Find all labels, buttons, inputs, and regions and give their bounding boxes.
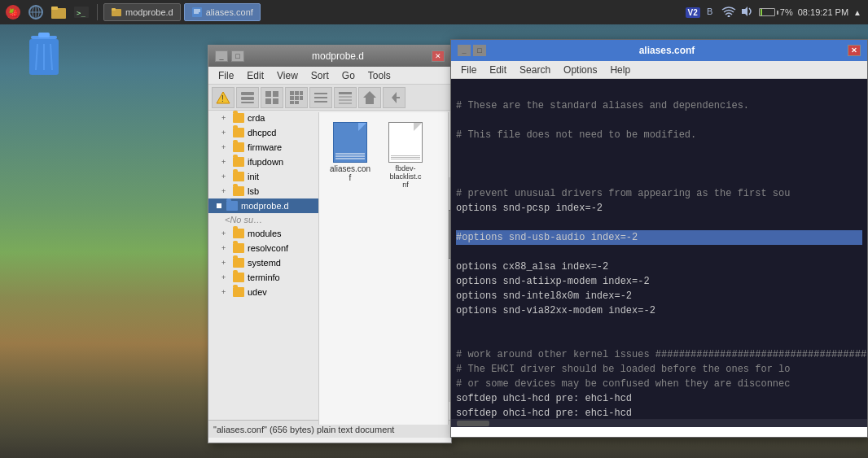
modprobe-task-button[interactable]: modprobe.d: [103, 3, 181, 21]
minimize-button[interactable]: _: [215, 50, 228, 62]
volume-icon[interactable]: [741, 6, 754, 19]
window-controls-right: ✕: [432, 50, 445, 62]
svg-rect-33: [273, 98, 278, 104]
firmware-label: firmware: [248, 142, 282, 152]
line-5: #options snd-usb-audio index=-2: [456, 232, 862, 243]
menu-view[interactable]: View: [270, 68, 305, 83]
svg-rect-30: [265, 91, 271, 97]
aliases-task-label: aliases.conf: [206, 7, 253, 17]
line-1: # These are the standard aliases and dep…: [456, 100, 749, 111]
maximize-button[interactable]: □: [231, 50, 244, 62]
crda-label: crda: [248, 113, 265, 123]
svg-rect-41: [295, 101, 299, 104]
fm-files-grid: aliases.conf fbdev-blacklist.cnf: [319, 112, 448, 198]
modules-label: modules: [248, 229, 282, 238]
file-manager-titlebar[interactable]: _ □ modprobe.d ✕: [208, 46, 451, 67]
window-controls-left: _ □: [215, 50, 244, 62]
systemd-arrow: +: [221, 259, 230, 267]
toolbar-list-btn[interactable]: [236, 87, 259, 108]
v2-icon[interactable]: V2: [686, 7, 700, 18]
editor-controls-left: _ □: [458, 45, 486, 56]
svg-rect-11: [112, 8, 116, 11]
firmware-folder-icon: [233, 142, 244, 152]
svg-rect-28: [241, 97, 254, 100]
toolbar-grid-btn[interactable]: [261, 87, 283, 108]
editor-menu-options[interactable]: Options: [557, 63, 603, 77]
udev-label: udev: [248, 287, 267, 297]
battery-indicator: 7%: [759, 7, 793, 17]
toolbar-grid2-btn[interactable]: [285, 87, 308, 108]
svg-rect-12: [192, 7, 202, 17]
editor-text-area[interactable]: # These are the standard aliases and dep…: [451, 79, 867, 419]
fbdev-label: fbdev-blacklist.cnf: [389, 164, 421, 189]
toolbar-home-btn[interactable]: [358, 87, 381, 108]
svg-rect-40: [290, 101, 294, 104]
editor-menu-search[interactable]: Search: [513, 63, 557, 77]
crda-arrow: +: [221, 114, 230, 122]
trash-icon[interactable]: [24, 33, 64, 78]
crda-folder-icon: [233, 113, 244, 123]
fbdev-item[interactable]: fbdev-blacklist.cnf: [381, 119, 430, 192]
dhcpcd-label: dhcpcd: [248, 128, 276, 137]
text-editor-titlebar[interactable]: _ □ aliases.conf ✕: [451, 40, 867, 61]
editor-minimize-btn[interactable]: _: [458, 45, 471, 56]
menu-go[interactable]: Go: [335, 68, 362, 83]
close-button[interactable]: ✕: [432, 50, 445, 62]
editor-close-btn[interactable]: ✕: [848, 45, 861, 56]
text-editor-title: aliases.conf: [486, 45, 848, 56]
line-7: # work around other kernel issues ######…: [456, 349, 866, 419]
toolbar-back-btn[interactable]: [383, 87, 406, 108]
fm-file-area: aliases.conf fbdev-blacklist.cnf: [318, 112, 449, 425]
taskbar-left: 🍓: [0, 2, 264, 22]
dhcpcd-arrow: +: [221, 129, 230, 137]
aliases-conf-item[interactable]: aliases.conf: [326, 119, 375, 192]
line-4: # prevent unusual drivers from appearing…: [456, 188, 790, 214]
toolbar-list3-btn[interactable]: [334, 87, 357, 108]
clock: 08:19:21 PM: [798, 7, 848, 17]
svg-point-17: [727, 15, 730, 18]
aliases-file-icon: [333, 122, 367, 163]
file-manager-menubar: File Edit View Sort Go Tools: [208, 67, 451, 85]
systemd-label: systemd: [248, 258, 281, 268]
systemd-folder-icon: [233, 258, 244, 268]
svg-rect-37: [290, 96, 294, 100]
aliases-task-button[interactable]: aliases.conf: [184, 3, 261, 21]
editor-menu-edit[interactable]: Edit: [483, 63, 513, 77]
terminal-icon[interactable]: >_: [72, 2, 91, 22]
svg-rect-32: [265, 98, 271, 104]
svg-marker-49: [363, 91, 376, 104]
init-folder-icon: [233, 172, 244, 181]
ifupdown-arrow: +: [221, 158, 230, 166]
resolvconf-label: resolvconf: [248, 243, 288, 253]
file-manager-toolbar: !: [208, 85, 451, 111]
bluetooth-icon: B: [705, 6, 717, 19]
file-manager-title: modprobe.d: [244, 50, 432, 62]
fbdev-file-icon: [388, 122, 423, 163]
toolbar-warning-btn[interactable]: !: [212, 87, 235, 108]
terminfo-folder-icon: [233, 273, 244, 282]
svg-rect-29: [241, 102, 254, 103]
menu-sort[interactable]: Sort: [305, 68, 335, 83]
taskbar: 🍓: [0, 0, 868, 24]
globe-icon[interactable]: [26, 2, 46, 22]
terminfo-arrow: +: [221, 273, 230, 281]
editor-menu-help[interactable]: Help: [603, 63, 637, 77]
editor-hscrollbar-thumb[interactable]: [457, 421, 489, 426]
raspberry-menu-icon[interactable]: 🍓: [3, 2, 23, 22]
text-editor-window: _ □ aliases.conf ✕ File Edit Search Opti…: [450, 39, 868, 438]
editor-menu-file[interactable]: File: [454, 63, 483, 77]
line-6: options cx88_alsa index=-2 options snd-a…: [456, 261, 655, 316]
editor-maximize-btn[interactable]: □: [473, 45, 486, 56]
notification-arrow[interactable]: ▲: [853, 8, 861, 17]
terminfo-label: terminfo: [248, 273, 280, 282]
menu-tools[interactable]: Tools: [362, 68, 397, 83]
toolbar-list2-btn[interactable]: [309, 87, 332, 108]
editor-controls-right: ✕: [848, 45, 861, 56]
editor-hscrollbar[interactable]: [451, 419, 867, 427]
menu-file[interactable]: File: [212, 68, 240, 83]
line-2: # This file does not need to be modified…: [456, 129, 696, 141]
svg-rect-7: [51, 7, 58, 10]
file-manager-icon[interactable]: [49, 2, 68, 22]
menu-edit[interactable]: Edit: [240, 68, 270, 83]
modprobe-dot: [217, 203, 221, 208]
